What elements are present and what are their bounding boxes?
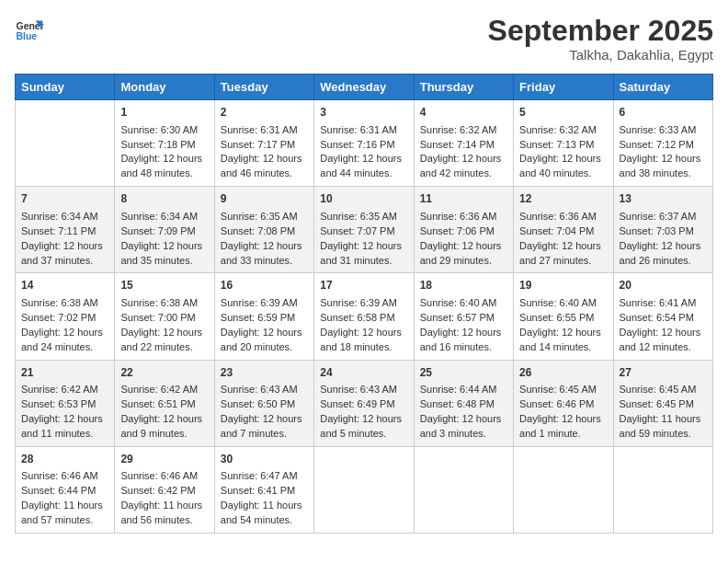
day-header-friday: Friday (514, 75, 613, 100)
day-cell-17: 17Sunrise: 6:39 AMSunset: 6:58 PMDayligh… (314, 273, 414, 360)
day-cell-29: 29Sunrise: 6:46 AMSunset: 6:42 PMDayligh… (115, 446, 214, 533)
sunrise-text: Sunrise: 6:35 AM (221, 211, 298, 222)
day-number: 22 (120, 365, 208, 381)
sunset-text: Sunset: 6:45 PM (620, 398, 694, 409)
day-cell-4: 4Sunrise: 6:32 AMSunset: 7:14 PMDaylight… (414, 100, 513, 187)
day-number: 17 (320, 278, 407, 293)
day-cell-1: 1Sunrise: 6:30 AMSunset: 7:18 PMDaylight… (115, 100, 214, 187)
day-number: 26 (519, 365, 607, 381)
day-number: 23 (221, 365, 308, 381)
sunset-text: Sunset: 6:49 PM (320, 398, 394, 409)
logo-icon: General Blue (15, 15, 44, 44)
day-number: 4 (420, 105, 507, 121)
sunrise-text: Sunrise: 6:33 AM (620, 124, 697, 135)
day-header-monday: Monday (115, 75, 214, 100)
month-title: September 2025 (488, 15, 713, 47)
day-header-sunday: Sunday (16, 75, 115, 100)
day-header-wednesday: Wednesday (314, 75, 414, 100)
day-cell-2: 2Sunrise: 6:31 AMSunset: 7:17 PMDaylight… (214, 100, 313, 187)
sunset-text: Sunset: 7:12 PM (620, 139, 694, 150)
sunrise-text: Sunrise: 6:43 AM (320, 384, 397, 395)
sunrise-text: Sunrise: 6:41 AM (620, 297, 697, 308)
sunrise-text: Sunrise: 6:46 AM (120, 470, 198, 481)
sunrise-text: Sunrise: 6:42 AM (21, 384, 98, 395)
title-block: September 2025 Talkha, Dakahlia, Egypt (488, 15, 713, 63)
day-cell-25: 25Sunrise: 6:44 AMSunset: 6:48 PMDayligh… (414, 360, 513, 446)
day-number: 24 (320, 365, 407, 381)
sunrise-text: Sunrise: 6:31 AM (320, 124, 397, 135)
week-row-3: 14Sunrise: 6:38 AMSunset: 7:02 PMDayligh… (16, 273, 713, 360)
sunset-text: Sunset: 6:48 PM (420, 398, 495, 409)
sunrise-text: Sunrise: 6:34 AM (21, 211, 98, 222)
daylight-text: Daylight: 11 hours and 57 minutes. (21, 500, 103, 525)
daylight-text: Daylight: 12 hours and 18 minutes. (320, 327, 402, 352)
sunset-text: Sunset: 7:04 PM (519, 225, 594, 236)
daylight-text: Daylight: 12 hours and 27 minutes. (519, 240, 601, 266)
sunrise-text: Sunrise: 6:32 AM (519, 124, 597, 135)
day-cell-11: 11Sunrise: 6:36 AMSunset: 7:06 PMDayligh… (414, 187, 513, 273)
daylight-text: Daylight: 12 hours and 11 minutes. (21, 413, 103, 439)
sunset-text: Sunset: 7:17 PM (221, 139, 295, 150)
day-cell-16: 16Sunrise: 6:39 AMSunset: 6:59 PMDayligh… (214, 273, 313, 360)
day-number: 8 (120, 191, 208, 207)
sunset-text: Sunset: 6:54 PM (620, 312, 694, 323)
day-cell-26: 26Sunrise: 6:45 AMSunset: 6:46 PMDayligh… (514, 360, 613, 446)
day-cell-15: 15Sunrise: 6:38 AMSunset: 7:00 PMDayligh… (115, 273, 214, 360)
sunrise-text: Sunrise: 6:44 AM (420, 384, 497, 395)
day-number: 7 (21, 191, 108, 207)
daylight-text: Daylight: 12 hours and 5 minutes. (320, 413, 402, 439)
daylight-text: Daylight: 11 hours and 59 minutes. (620, 413, 701, 439)
day-number: 2 (221, 105, 308, 121)
sunrise-text: Sunrise: 6:36 AM (519, 211, 597, 222)
day-cell-14: 14Sunrise: 6:38 AMSunset: 7:02 PMDayligh… (16, 273, 115, 360)
daylight-text: Daylight: 12 hours and 1 minute. (519, 413, 601, 439)
day-number: 19 (519, 278, 607, 293)
sunrise-text: Sunrise: 6:36 AM (420, 211, 497, 222)
daylight-text: Daylight: 12 hours and 48 minutes. (120, 153, 202, 178)
sunset-text: Sunset: 7:03 PM (620, 225, 694, 236)
day-number: 13 (620, 191, 707, 207)
day-number: 30 (221, 452, 308, 467)
day-cell-13: 13Sunrise: 6:37 AMSunset: 7:03 PMDayligh… (613, 187, 712, 273)
week-row-1: 1Sunrise: 6:30 AMSunset: 7:18 PMDaylight… (16, 100, 713, 187)
sunset-text: Sunset: 7:02 PM (21, 312, 96, 323)
sunset-text: Sunset: 6:50 PM (221, 398, 295, 409)
day-cell-8: 8Sunrise: 6:34 AMSunset: 7:09 PMDaylight… (115, 187, 214, 273)
day-cell-10: 10Sunrise: 6:35 AMSunset: 7:07 PMDayligh… (314, 187, 414, 273)
sunrise-text: Sunrise: 6:46 AM (21, 470, 98, 481)
sunset-text: Sunset: 7:06 PM (420, 225, 495, 236)
daylight-text: Daylight: 11 hours and 54 minutes. (221, 500, 302, 525)
empty-cell (16, 100, 115, 187)
daylight-text: Daylight: 12 hours and 29 minutes. (420, 240, 502, 266)
day-number: 29 (120, 452, 208, 467)
day-number: 12 (519, 191, 607, 207)
location-subtitle: Talkha, Dakahlia, Egypt (488, 47, 713, 63)
week-row-4: 21Sunrise: 6:42 AMSunset: 6:53 PMDayligh… (16, 360, 713, 446)
sunrise-text: Sunrise: 6:40 AM (519, 297, 597, 308)
sunrise-text: Sunrise: 6:47 AM (221, 470, 298, 481)
daylight-text: Daylight: 12 hours and 3 minutes. (420, 413, 502, 439)
sunset-text: Sunset: 6:53 PM (21, 398, 96, 409)
daylight-text: Daylight: 12 hours and 33 minutes. (221, 240, 302, 266)
sunrise-text: Sunrise: 6:42 AM (120, 384, 198, 395)
day-cell-28: 28Sunrise: 6:46 AMSunset: 6:44 PMDayligh… (16, 446, 115, 533)
week-row-5: 28Sunrise: 6:46 AMSunset: 6:44 PMDayligh… (16, 446, 713, 533)
sunrise-text: Sunrise: 6:34 AM (120, 211, 198, 222)
sunset-text: Sunset: 7:00 PM (120, 312, 195, 323)
sunrise-text: Sunrise: 6:35 AM (320, 211, 397, 222)
day-cell-19: 19Sunrise: 6:40 AMSunset: 6:55 PMDayligh… (514, 273, 613, 360)
day-number: 5 (519, 105, 607, 121)
sunset-text: Sunset: 6:55 PM (519, 312, 594, 323)
sunrise-text: Sunrise: 6:38 AM (21, 297, 98, 308)
day-number: 25 (420, 365, 507, 381)
sunrise-text: Sunrise: 6:45 AM (620, 384, 697, 395)
day-number: 1 (120, 105, 208, 121)
sunrise-text: Sunrise: 6:38 AM (120, 297, 198, 308)
daylight-text: Daylight: 12 hours and 12 minutes. (620, 327, 701, 352)
day-header-saturday: Saturday (613, 75, 712, 100)
day-number: 20 (620, 278, 707, 293)
day-cell-12: 12Sunrise: 6:36 AMSunset: 7:04 PMDayligh… (514, 187, 613, 273)
daylight-text: Daylight: 12 hours and 31 minutes. (320, 240, 402, 266)
daylight-text: Daylight: 12 hours and 35 minutes. (120, 240, 202, 266)
sunset-text: Sunset: 7:18 PM (120, 139, 195, 150)
